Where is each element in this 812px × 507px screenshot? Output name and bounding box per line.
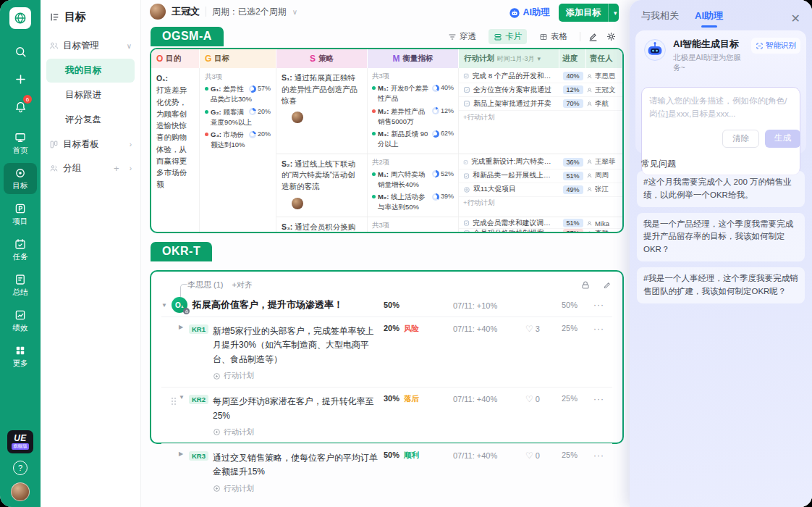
measure-item[interactable]: 39%M₂: 线上活动参与率达到50% bbox=[372, 192, 454, 213]
sidebar-group-goal-management[interactable]: 目标管理 ∨ bbox=[46, 34, 135, 58]
add-action-plan-link[interactable]: 行动计划 bbox=[213, 427, 378, 437]
measure-cell[interactable]: 共3项 40%M₁: 重点 VIP 满意度调查 95% 以上 40%M₂: 重点… bbox=[368, 217, 459, 232]
app-logo[interactable] bbox=[9, 7, 31, 29]
ai-assistant-button[interactable]: AI助理 bbox=[509, 7, 551, 19]
faq-item[interactable]: 我是一个产品经理，这个季度我需要完成提升产品留存率的目标，我该如何制定OKR？ bbox=[637, 213, 805, 261]
add-action-plan-link[interactable]: 行动计划 bbox=[213, 484, 378, 494]
faq-item[interactable]: #我是一个人事经理，这个季度我要完成销售团队的扩建，我该如何制定OKR呢？ bbox=[637, 267, 805, 303]
add-action-plan-button[interactable]: +行动计划 bbox=[459, 197, 622, 210]
ogsm-row: S₁: 通过拓展真正独特的差异性产品创造产品惊喜 共3项 40%M₁: 开发8个… bbox=[276, 68, 622, 154]
search-button[interactable] bbox=[8, 39, 33, 64]
strategy-cell[interactable]: S₁: 通过拓展真正独特的差异性产品创造产品惊喜 bbox=[276, 68, 368, 154]
rail-item-home[interactable]: 首页 bbox=[4, 127, 37, 159]
like-button[interactable]: ♡0 bbox=[525, 394, 562, 404]
rail-item-more[interactable]: 更多 bbox=[4, 340, 37, 372]
objective-row[interactable]: ▼ O₁ 拓展高价值客户，提升市场渗透率！ 50% 07/11: +10% 50… bbox=[161, 293, 612, 317]
strategy-owner-avatar[interactable] bbox=[292, 198, 303, 209]
collapse-caret-icon[interactable]: ▼ bbox=[161, 302, 172, 309]
kr-row[interactable]: ▶ KR1 新增5家行业的头部客户，完成签单率较上月提升30%（如汽车制造商、大… bbox=[161, 317, 612, 387]
collapse-caret-icon[interactable]: ▼ bbox=[179, 394, 189, 401]
like-button[interactable]: ♡0 bbox=[525, 451, 562, 461]
kr-row[interactable]: ▼ KR2 每周至少拜访8家潜在客户，提升转化率至25% 行动计划 30%落后 … bbox=[161, 387, 612, 443]
action-row[interactable]: 会员积分换购机制提案过审 37% 李群 bbox=[459, 229, 622, 232]
column-header-action[interactable]: 行动计划时间:1月-3月▾ bbox=[459, 49, 559, 68]
more-button[interactable]: ··· bbox=[593, 394, 612, 404]
measure-item[interactable]: 52%M₁: 周六特卖场销量增长40% bbox=[372, 169, 454, 190]
strategy-cell[interactable]: S₃: 通过会员积分换购机制升级，加强重点VIP服务，提升顾客忠诚度 bbox=[276, 217, 368, 232]
rail-item-goals[interactable]: 目标 bbox=[4, 163, 37, 194]
rail-item-tasks[interactable]: 任务 bbox=[4, 234, 37, 265]
measure-item[interactable]: 12%M₂: 差异性产品销售5000万 bbox=[372, 106, 454, 127]
ai-card-title: AI智能生成目标 bbox=[673, 38, 745, 51]
kr-title[interactable]: 新增5家行业的头部客户，完成签单率较上月提升30%（如汽车制造商、大型电商平台、… bbox=[213, 326, 374, 364]
smart-recognize-button[interactable]: 智能识别 bbox=[751, 38, 800, 54]
action-row[interactable]: 完成重新设计:周六特卖场的动向、布... 36% 王翠菲 bbox=[459, 156, 622, 169]
rail-item-performance[interactable]: 绩效 bbox=[4, 305, 37, 336]
drag-handle[interactable] bbox=[172, 397, 177, 406]
expand-caret-icon[interactable]: ▶ bbox=[179, 324, 189, 330]
sidebar-group-groups[interactable]: 分组 + › bbox=[46, 156, 135, 180]
kr-title[interactable]: 每周至少拜访8家潜在客户，提升转化率至25% bbox=[213, 396, 374, 420]
ai-panel: 与我相关 AI助理 ✕ AI智能生成目标 北极星AI助理为您服务~ bbox=[630, 0, 812, 507]
objective-cell[interactable]: O₁: 打造差异化优势，为顾客创造愉快惊喜的购物体验，从而赢得更多市场份额 bbox=[151, 68, 200, 232]
measure-item[interactable]: 62%M₃: 新品反馈 90 分以上 bbox=[372, 129, 454, 150]
sidebar-item-goal-followup[interactable]: 目标跟进 bbox=[46, 83, 135, 107]
add-alignment-button[interactable]: +对齐 bbox=[232, 280, 253, 290]
mini-lock-icon bbox=[183, 308, 190, 314]
action-row[interactable]: 全方位宣传方案审批通过 12% 王冠文 bbox=[459, 83, 622, 97]
tab-ai-assistant[interactable]: AI助理 bbox=[695, 9, 723, 28]
goals-cell[interactable]: 共3项 57%G₁: 差异性品类占比30% 20%G₂: 顾客满意度90%以上 … bbox=[200, 68, 276, 232]
tab-related-to-me[interactable]: 与我相关 bbox=[641, 9, 679, 28]
objective-title[interactable]: 拓展高价值客户，提升市场渗透率！ bbox=[193, 298, 384, 311]
strategy-cell[interactable]: S₂: 通过线上线下联动的“周六特卖场”活动创造新的客流 bbox=[276, 154, 368, 217]
faq-item[interactable]: #这个月我需要完成个人 200 万的销售业绩，以此例举一个OKR给我。 bbox=[637, 171, 805, 207]
view-pierce-toggle[interactable]: 穿透 bbox=[443, 29, 481, 44]
strategy-owner-avatar[interactable] bbox=[292, 112, 303, 123]
add-group-icon[interactable]: + bbox=[114, 163, 119, 174]
sidebar-item-score-review[interactable]: 评分复盘 bbox=[46, 108, 135, 132]
edit-button[interactable] bbox=[588, 31, 599, 42]
aligned-owner[interactable]: 李思思 (1) bbox=[187, 280, 224, 290]
circled-plus-icon bbox=[213, 372, 221, 380]
user-avatar[interactable] bbox=[11, 482, 30, 501]
period-selector[interactable]: 周期：已选2个周期 bbox=[212, 6, 287, 18]
header-user-avatar[interactable] bbox=[150, 4, 166, 20]
more-button[interactable]: ··· bbox=[593, 451, 612, 461]
view-card-toggle[interactable]: 卡片 bbox=[489, 29, 527, 44]
add-action-plan-button[interactable]: +行动计划 bbox=[459, 111, 622, 124]
help-button[interactable]: ? bbox=[13, 461, 28, 475]
more-button[interactable]: ··· bbox=[593, 324, 612, 334]
action-row[interactable]: 新品上架审批通过并开卖 70% 李航 bbox=[459, 97, 622, 111]
heart-icon: ♡ bbox=[525, 324, 533, 334]
add-action-plan-link[interactable]: 行动计划 bbox=[213, 371, 378, 381]
goal-item[interactable]: 20%G₂: 顾客满意度90%以上 bbox=[205, 107, 271, 128]
action-row[interactable]: 和新品类一起开展线上新活动 51% 周周 bbox=[459, 169, 622, 183]
goal-item[interactable]: 57%G₁: 差异性品类占比30% bbox=[205, 84, 271, 105]
view-table-toggle[interactable]: 表格 bbox=[534, 29, 572, 44]
measure-item[interactable]: 40%M₁: 开发8个差异性产品 bbox=[372, 83, 454, 104]
sidebar-group-goal-board[interactable]: 目标看板 › bbox=[46, 133, 135, 156]
like-button[interactable]: ♡3 bbox=[525, 324, 562, 334]
expand-caret-icon[interactable]: ▶ bbox=[179, 451, 189, 457]
sidebar-item-my-goals[interactable]: 我的目标 bbox=[46, 59, 135, 83]
add-goal-dropdown[interactable]: ▾ bbox=[608, 4, 619, 22]
notifications-button[interactable]: 6 bbox=[8, 94, 33, 119]
goal-item[interactable]: 20%G₃: 市场份额达到10% bbox=[205, 130, 271, 151]
rail-item-projects[interactable]: 项目 bbox=[4, 198, 37, 230]
action-row[interactable]: 完成 8 个产品的开发和客户试用 40% 李思思 bbox=[459, 70, 622, 83]
more-button[interactable]: ··· bbox=[593, 300, 612, 310]
ue-edition-badge[interactable]: UE 旗舰版 bbox=[7, 430, 33, 453]
close-icon[interactable]: ✕ bbox=[791, 13, 800, 25]
action-row[interactable]: 完成会员需求和建议调研报告 51% Mika bbox=[459, 219, 622, 229]
action-row[interactable]: 双11大促项目 49% 张江 bbox=[459, 183, 622, 197]
add-goal-button[interactable]: 添加目标 ▾ bbox=[559, 4, 619, 22]
clear-button[interactable]: 清除 bbox=[722, 130, 759, 148]
measure-cell[interactable]: 共2项 52%M₁: 周六特卖场销量增长40% 39%M₂: 线上活动参与率达到… bbox=[368, 154, 459, 217]
rail-item-summary[interactable]: 总结 bbox=[4, 269, 37, 301]
kr-row[interactable]: ▶ KR3 通过交叉销售策略，使每位客户的平均订单金额提升15% 行动计划 50… bbox=[161, 443, 612, 500]
kr-title[interactable]: 通过交叉销售策略，使每位客户的平均订单金额提升15% bbox=[213, 453, 378, 477]
generate-button[interactable]: 生成 bbox=[765, 130, 800, 148]
create-button[interactable] bbox=[8, 67, 33, 91]
settings-button[interactable] bbox=[606, 31, 617, 42]
measure-cell[interactable]: 共3项 40%M₁: 开发8个差异性产品 12%M₂: 差异性产品销售5000万… bbox=[368, 68, 459, 154]
